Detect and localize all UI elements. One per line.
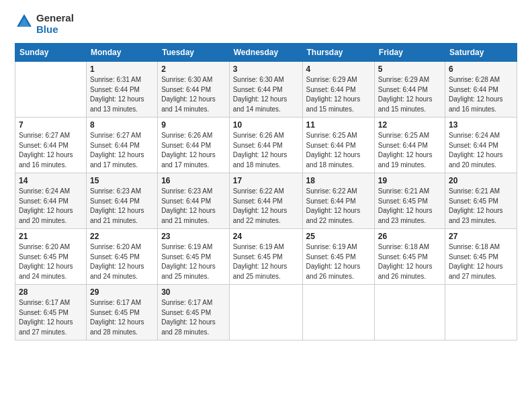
day-info: Sunrise: 6:21 AMSunset: 6:45 PMDaylight:… [449,187,513,226]
day-number: 5 [378,64,441,74]
weekday-sunday: Sunday [15,44,87,62]
week-row-3: 14Sunrise: 6:24 AMSunset: 6:44 PMDayligh… [15,173,517,229]
day-cell: 6Sunrise: 6:28 AMSunset: 6:44 PMDaylight… [445,62,517,118]
day-cell: 10Sunrise: 6:26 AMSunset: 6:44 PMDayligh… [229,118,302,173]
day-number: 26 [378,232,441,241]
day-number: 1 [90,64,154,74]
weekday-header-row: SundayMondayTuesdayWednesdayThursdayFrid… [15,44,517,62]
day-info: Sunrise: 6:18 AMSunset: 6:45 PMDaylight:… [449,242,513,281]
day-info: Sunrise: 6:26 AMSunset: 6:44 PMDaylight:… [233,131,299,170]
day-info: Sunrise: 6:22 AMSunset: 6:44 PMDaylight:… [233,187,299,226]
day-cell [445,285,517,340]
day-info: Sunrise: 6:20 AMSunset: 6:45 PMDaylight:… [19,242,83,281]
day-number: 19 [378,176,441,185]
day-cell [15,62,87,118]
day-info: Sunrise: 6:19 AMSunset: 6:45 PMDaylight:… [306,242,371,281]
day-number: 20 [449,176,513,185]
day-number: 25 [306,232,371,241]
day-info: Sunrise: 6:30 AMSunset: 6:44 PMDaylight:… [233,75,299,114]
day-info: Sunrise: 6:24 AMSunset: 6:44 PMDaylight:… [449,131,513,170]
day-cell: 21Sunrise: 6:20 AMSunset: 6:45 PMDayligh… [15,229,87,285]
day-number: 28 [19,287,83,297]
day-number: 22 [90,232,154,241]
day-cell: 17Sunrise: 6:22 AMSunset: 6:44 PMDayligh… [229,173,302,229]
day-info: Sunrise: 6:20 AMSunset: 6:45 PMDaylight:… [90,242,154,281]
day-info: Sunrise: 6:18 AMSunset: 6:45 PMDaylight:… [378,242,441,281]
day-cell: 27Sunrise: 6:18 AMSunset: 6:45 PMDayligh… [445,229,517,285]
day-cell: 11Sunrise: 6:25 AMSunset: 6:44 PMDayligh… [302,118,374,173]
day-info: Sunrise: 6:21 AMSunset: 6:45 PMDaylight:… [378,187,441,226]
day-cell: 5Sunrise: 6:29 AMSunset: 6:44 PMDaylight… [374,62,445,118]
day-number: 12 [378,120,441,130]
day-cell: 2Sunrise: 6:30 AMSunset: 6:44 PMDaylight… [158,62,230,118]
day-number: 24 [233,232,299,241]
day-number: 9 [161,120,226,130]
day-cell: 26Sunrise: 6:18 AMSunset: 6:45 PMDayligh… [374,229,445,285]
day-cell: 15Sunrise: 6:23 AMSunset: 6:44 PMDayligh… [86,173,157,229]
day-number: 16 [161,176,226,185]
week-row-5: 28Sunrise: 6:17 AMSunset: 6:45 PMDayligh… [15,285,517,340]
day-number: 8 [90,120,154,130]
logo-text: General Blue [36,12,74,35]
week-row-1: 1Sunrise: 6:31 AMSunset: 6:44 PMDaylight… [15,62,517,118]
day-cell: 20Sunrise: 6:21 AMSunset: 6:45 PMDayligh… [445,173,517,229]
day-cell: 30Sunrise: 6:17 AMSunset: 6:45 PMDayligh… [158,285,230,340]
calendar-page: General Blue SundayMondayTuesdayWednesda… [0,0,532,411]
day-info: Sunrise: 6:28 AMSunset: 6:44 PMDaylight:… [449,75,513,114]
day-number: 11 [306,120,371,130]
day-number: 4 [306,64,371,74]
day-info: Sunrise: 6:24 AMSunset: 6:44 PMDaylight:… [19,187,83,226]
day-info: Sunrise: 6:27 AMSunset: 6:44 PMDaylight:… [90,131,154,170]
day-info: Sunrise: 6:26 AMSunset: 6:44 PMDaylight:… [161,131,226,170]
day-cell: 19Sunrise: 6:21 AMSunset: 6:45 PMDayligh… [374,173,445,229]
weekday-monday: Monday [86,44,157,62]
day-cell: 4Sunrise: 6:29 AMSunset: 6:44 PMDaylight… [302,62,374,118]
day-cell: 1Sunrise: 6:31 AMSunset: 6:44 PMDaylight… [86,62,157,118]
day-cell: 22Sunrise: 6:20 AMSunset: 6:45 PMDayligh… [86,229,157,285]
day-cell: 16Sunrise: 6:23 AMSunset: 6:44 PMDayligh… [158,173,230,229]
header: General Blue [15,12,517,35]
day-number: 3 [233,64,299,74]
day-number: 14 [19,176,83,185]
day-cell: 8Sunrise: 6:27 AMSunset: 6:44 PMDaylight… [86,118,157,173]
logo: General Blue [15,12,74,35]
day-cell: 7Sunrise: 6:27 AMSunset: 6:44 PMDaylight… [15,118,87,173]
day-cell: 13Sunrise: 6:24 AMSunset: 6:44 PMDayligh… [445,118,517,173]
day-cell: 25Sunrise: 6:19 AMSunset: 6:45 PMDayligh… [302,229,374,285]
day-info: Sunrise: 6:30 AMSunset: 6:44 PMDaylight:… [161,75,226,114]
day-cell [374,285,445,340]
day-info: Sunrise: 6:17 AMSunset: 6:45 PMDaylight:… [161,298,226,337]
day-number: 15 [90,176,154,185]
day-number: 23 [161,232,226,241]
day-info: Sunrise: 6:19 AMSunset: 6:45 PMDaylight:… [161,242,226,281]
day-number: 29 [90,287,154,297]
day-cell: 29Sunrise: 6:17 AMSunset: 6:45 PMDayligh… [86,285,157,340]
day-info: Sunrise: 6:19 AMSunset: 6:45 PMDaylight:… [233,242,299,281]
day-info: Sunrise: 6:17 AMSunset: 6:45 PMDaylight:… [19,298,83,337]
day-info: Sunrise: 6:23 AMSunset: 6:44 PMDaylight:… [161,187,226,226]
day-number: 18 [306,176,371,185]
day-number: 17 [233,176,299,185]
day-info: Sunrise: 6:29 AMSunset: 6:44 PMDaylight:… [306,75,371,114]
day-cell: 3Sunrise: 6:30 AMSunset: 6:44 PMDaylight… [229,62,302,118]
day-cell [229,285,302,340]
day-info: Sunrise: 6:25 AMSunset: 6:44 PMDaylight:… [306,131,371,170]
day-cell: 28Sunrise: 6:17 AMSunset: 6:45 PMDayligh… [15,285,87,340]
week-row-4: 21Sunrise: 6:20 AMSunset: 6:45 PMDayligh… [15,229,517,285]
weekday-friday: Friday [374,44,445,62]
day-info: Sunrise: 6:31 AMSunset: 6:44 PMDaylight:… [90,75,154,114]
day-number: 6 [449,64,513,74]
day-cell: 12Sunrise: 6:25 AMSunset: 6:44 PMDayligh… [374,118,445,173]
day-info: Sunrise: 6:29 AMSunset: 6:44 PMDaylight:… [378,75,441,114]
day-cell: 23Sunrise: 6:19 AMSunset: 6:45 PMDayligh… [158,229,230,285]
week-row-2: 7Sunrise: 6:27 AMSunset: 6:44 PMDaylight… [15,118,517,173]
day-cell: 9Sunrise: 6:26 AMSunset: 6:44 PMDaylight… [158,118,230,173]
logo-icon [15,12,34,31]
day-number: 2 [161,64,226,74]
day-number: 30 [161,287,226,297]
day-info: Sunrise: 6:25 AMSunset: 6:44 PMDaylight:… [378,131,441,170]
calendar-table: SundayMondayTuesdayWednesdayThursdayFrid… [15,43,517,340]
weekday-tuesday: Tuesday [158,44,230,62]
weekday-wednesday: Wednesday [229,44,302,62]
day-number: 7 [19,120,83,130]
